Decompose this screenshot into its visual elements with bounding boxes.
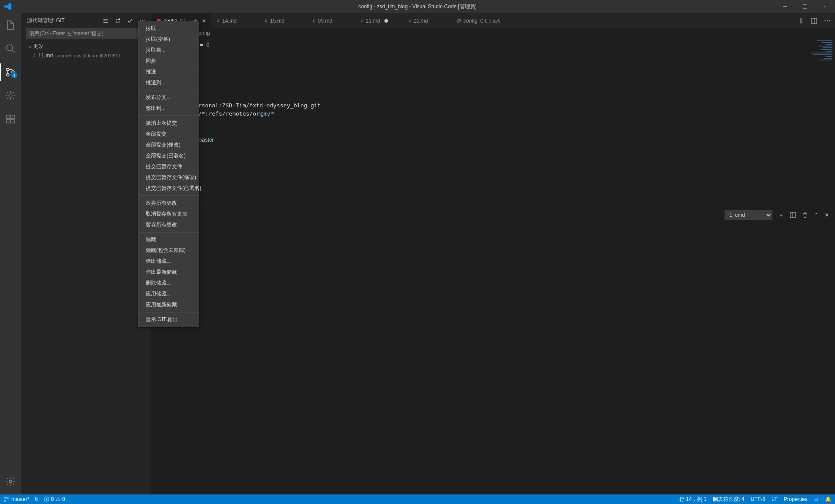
- menu-item[interactable]: 暂存所有更改: [139, 219, 199, 230]
- status-eol[interactable]: LF: [772, 496, 778, 502]
- close-panel-icon[interactable]: ✕: [825, 212, 829, 218]
- more-editor-icon[interactable]: [824, 17, 831, 24]
- svg-rect-10: [11, 115, 14, 119]
- new-terminal-icon[interactable]: ＋: [778, 212, 784, 219]
- tab-15md[interactable]: ♯15.md: [260, 13, 307, 28]
- menu-item[interactable]: 放弃所有更改: [139, 198, 199, 209]
- svg-rect-0: [783, 6, 787, 7]
- commit-message-input[interactable]: [26, 28, 146, 39]
- menu-item[interactable]: 拉取自...: [139, 45, 199, 56]
- menu-item[interactable]: 应用储藏...: [139, 288, 199, 299]
- status-branch[interactable]: master*: [3, 496, 29, 502]
- menu-item[interactable]: 取消暂存所有更改: [139, 209, 199, 219]
- tab-09md[interactable]: ♯09.md: [307, 13, 355, 28]
- scm-title: 源代码管理: GIT: [27, 17, 65, 24]
- svg-point-6: [9, 94, 12, 97]
- menu-item[interactable]: 提交已暂存文件(修改): [139, 172, 199, 183]
- markdown-icon: ♯: [313, 18, 315, 24]
- menu-item[interactable]: 全部提交: [139, 129, 199, 139]
- menu-item[interactable]: 拉取(变基): [139, 34, 199, 45]
- status-feedback-icon[interactable]: ☺: [814, 496, 819, 502]
- view-changes-icon[interactable]: [103, 18, 109, 24]
- file-path: source\_posts\Journal\2019\11: [55, 53, 120, 58]
- menu-item[interactable]: 弹出储藏...: [139, 256, 199, 267]
- svg-rect-8: [7, 119, 10, 123]
- settings-icon: ⚙: [456, 18, 461, 24]
- svg-point-2: [7, 45, 13, 51]
- menu-item[interactable]: 应用最新储藏: [139, 299, 199, 310]
- menu-item[interactable]: 推送到...: [139, 77, 199, 88]
- code-editor[interactable]: oryformatversion = 0 e = false false efu…: [151, 38, 796, 208]
- menu-item[interactable]: 发布分支...: [139, 92, 199, 103]
- extensions-icon[interactable]: [0, 110, 21, 128]
- tab-11md[interactable]: ♯11.md: [355, 13, 403, 28]
- minimize-button[interactable]: [775, 0, 795, 13]
- window-controls: [775, 0, 835, 13]
- status-notifications-icon[interactable]: 🔔: [825, 496, 832, 502]
- menu-item[interactable]: 删除储藏...: [139, 278, 199, 288]
- commit-icon[interactable]: [127, 18, 133, 24]
- close-tab-icon[interactable]: ✕: [202, 18, 206, 24]
- window-title: config - zsd_tim_blog - Visual Studio Co…: [358, 3, 477, 10]
- changed-file[interactable]: ♯ 11.md source\_posts\Journal\2019\11 M: [21, 51, 151, 60]
- status-problems[interactable]: ⓧ 0 ⚠ 0: [44, 496, 65, 503]
- terminal-selector[interactable]: 1: cmd: [725, 210, 772, 220]
- maximize-panel-icon[interactable]: ⌃: [814, 212, 818, 218]
- tab-10md[interactable]: ♯10.md: [403, 13, 451, 28]
- refresh-icon[interactable]: [115, 18, 121, 24]
- markdown-icon: ♯: [217, 18, 220, 24]
- compare-icon[interactable]: [798, 17, 805, 24]
- split-editor-icon[interactable]: [811, 17, 818, 24]
- source-control-icon[interactable]: 1: [0, 63, 21, 81]
- svg-point-4: [7, 73, 9, 76]
- menu-item[interactable]: 全部提交(修改): [139, 139, 199, 150]
- file-name: 11.md: [38, 53, 53, 59]
- svg-point-21: [4, 500, 6, 502]
- menu-item[interactable]: 提交已暂存文件(已署名): [139, 183, 199, 194]
- explorer-icon[interactable]: [0, 17, 21, 34]
- svg-point-20: [4, 497, 6, 499]
- tab-config-ssh[interactable]: ⚙configC:\...\.ssh: [451, 13, 506, 28]
- status-cursor[interactable]: 行 14，列 1: [679, 496, 707, 503]
- changes-label: 更改: [33, 43, 43, 50]
- markdown-icon: ♯: [361, 18, 363, 24]
- svg-rect-7: [7, 115, 10, 119]
- menu-item[interactable]: 储藏: [139, 234, 199, 245]
- changes-tree: ⌄ 更改 ♯ 11.md source\_posts\Journal\2019\…: [21, 39, 151, 60]
- menu-item[interactable]: 弹出最新储藏: [139, 267, 199, 278]
- status-encoding[interactable]: UTF-8: [751, 496, 765, 502]
- menu-item[interactable]: 提交已暂存文件: [139, 161, 199, 172]
- changes-section[interactable]: ⌄ 更改: [21, 41, 151, 51]
- split-terminal-icon[interactable]: [790, 212, 796, 218]
- close-button[interactable]: [815, 0, 835, 13]
- terminal-panel: 终端 终端 1: cmd ＋ ⌃ ✕: [151, 208, 835, 494]
- menu-item[interactable]: 储藏(包含未跟踪): [139, 245, 199, 256]
- search-icon[interactable]: [0, 40, 21, 57]
- menu-item[interactable]: 全部提交(已署名): [139, 150, 199, 161]
- svg-rect-9: [11, 119, 14, 123]
- menu-item[interactable]: 签出到...: [139, 103, 199, 114]
- modified-dot-icon: [384, 19, 388, 23]
- breadcrumb[interactable]: y_blog› .git› config: [151, 28, 835, 38]
- kill-terminal-icon[interactable]: [802, 212, 808, 218]
- debug-icon[interactable]: [0, 87, 21, 104]
- maximize-button[interactable]: [795, 0, 815, 13]
- menu-item[interactable]: 推送: [139, 66, 199, 77]
- tab-14md[interactable]: ♯14.md: [212, 13, 260, 28]
- markdown-icon: ♯: [265, 18, 267, 24]
- menu-item[interactable]: 同步: [139, 56, 199, 66]
- settings-gear-icon[interactable]: [0, 473, 21, 490]
- status-indent[interactable]: 制表符长度: 4: [713, 496, 745, 503]
- titlebar: config - zsd_tim_blog - Visual Studio Co…: [0, 0, 835, 13]
- minimap[interactable]: [796, 38, 835, 208]
- menu-item[interactable]: 显示 GIT 输出: [139, 314, 199, 325]
- editor-tabs: configF:\...\.git✕ ♯14.md ♯15.md ♯09.md …: [151, 13, 835, 28]
- scm-context-menu: 拉取拉取(变基)拉取自...同步推送推送到...发布分支...签出到...撤消上…: [138, 21, 199, 327]
- menu-item[interactable]: 撤消上次提交: [139, 118, 199, 129]
- status-language[interactable]: Properties: [784, 496, 808, 502]
- status-sync[interactable]: ↻: [34, 496, 39, 502]
- svg-point-16: [825, 20, 826, 21]
- chevron-down-icon: ⌄: [27, 43, 33, 49]
- menu-item[interactable]: 拉取: [139, 23, 199, 34]
- editor-actions: [793, 13, 835, 28]
